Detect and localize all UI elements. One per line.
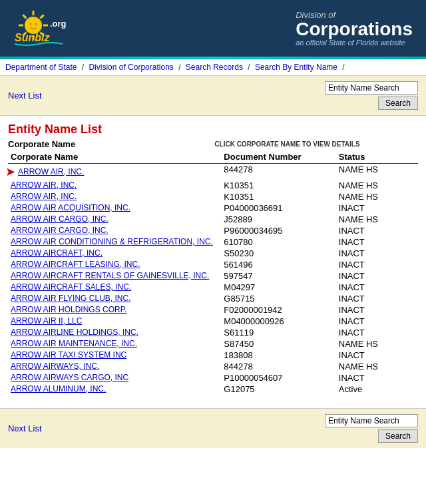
- sunbiz-logo-icon: .org Sunbiz: [13, 7, 67, 50]
- corp-name-link[interactable]: ARROW AIRWAYS CARGO, INC: [11, 373, 128, 382]
- corp-name-cell: ARROW AIRCRAFT SALES, INC.: [8, 282, 221, 293]
- status-cell: INACT: [336, 248, 418, 259]
- corporations-label: Corporations: [296, 20, 413, 39]
- bottom-search-input[interactable]: [325, 414, 418, 427]
- table-row: ARROW AIR FLYING CLUB, INC.G85715INACT: [8, 293, 418, 304]
- status-cell: NAME HS: [336, 180, 418, 191]
- status-cell: INACT: [336, 236, 418, 248]
- status-cell: NAME HS: [336, 164, 418, 180]
- breadcrumb-search-records[interactable]: Search Records: [186, 63, 243, 72]
- breadcrumb-division-of-corps[interactable]: Division of Corporations: [89, 63, 173, 72]
- status-cell: INACT: [336, 350, 418, 361]
- bottom-search-button[interactable]: Search: [378, 429, 418, 443]
- corp-name-link[interactable]: ARROW AIR CARGO, INC.: [11, 214, 108, 224]
- corp-name-link[interactable]: ARROW AIR, INC.: [11, 180, 77, 190]
- corp-name-link[interactable]: ARROW AIR ACQUISITION, INC.: [11, 203, 130, 212]
- breadcrumb-dept-of-state[interactable]: Department of State: [5, 63, 77, 72]
- doc-num-cell: 844278: [221, 361, 335, 372]
- corp-name-link[interactable]: ARROW AIR, INC.: [11, 192, 77, 201]
- corp-name-link[interactable]: ARROW AIR MAINTENANCE, INC.: [11, 339, 137, 348]
- corp-name-link[interactable]: ARROW AIR TAXI SYSTEM INC: [11, 350, 126, 360]
- bottom-search-bar: Next List Search: [0, 408, 426, 448]
- corp-name-link[interactable]: ARROW AIR HOLDINGS CORP.: [11, 305, 126, 314]
- corp-name-link[interactable]: ARROW AIR CARGO, INC.: [11, 226, 108, 235]
- corp-name-cell: ARROW AIRWAYS CARGO, INC: [8, 372, 221, 383]
- doc-num-cell: S87450: [221, 338, 335, 350]
- table-row: ARROW AIR, INC.K10351NAME HS: [8, 191, 418, 202]
- red-arrow-icon: ➤: [5, 164, 15, 179]
- corp-name-link[interactable]: ARROW AIRLINE HOLDINGS, INC.: [11, 328, 138, 337]
- table-wrapper: Corporate Name Document Number Status ➤A…: [8, 150, 418, 395]
- doc-num-cell: P96000034695: [221, 225, 335, 236]
- corp-name-cell: ARROW AIR MAINTENANCE, INC.: [8, 338, 221, 350]
- svg-line-7: [23, 15, 26, 18]
- corp-name-link[interactable]: ARROW ALUMINUM, INC.: [11, 384, 106, 393]
- status-cell: INACT: [336, 327, 418, 338]
- logo-area: .org Sunbiz: [13, 7, 67, 50]
- breadcrumb-search-by-entity[interactable]: Search By Entity Name: [255, 63, 337, 72]
- bottom-search-form: Search: [325, 414, 418, 443]
- table-row: ARROW AIRCRAFT RENTALS OF GAINESVILLE, I…: [8, 270, 418, 282]
- entity-table: Corporate Name Document Number Status ➤A…: [8, 150, 418, 395]
- doc-num-cell: K10351: [221, 180, 335, 191]
- doc-num-cell: F02000001942: [221, 304, 335, 316]
- table-row: ARROW AIRLINE HOLDINGS, INC.S61119INACT: [8, 327, 418, 338]
- doc-num-cell: M04000000926: [221, 316, 335, 327]
- click-note-row: Corporate Name CLICK CORPORATE NAME TO V…: [8, 139, 418, 149]
- corp-name-link[interactable]: ARROW AIRCRAFT SALES, INC.: [11, 282, 131, 292]
- table-row: ARROW AIRCRAFT LEASING, INC.561496INACT: [8, 259, 418, 270]
- svg-text:Sunbiz: Sunbiz: [15, 32, 50, 43]
- doc-num-cell: S61119: [221, 327, 335, 338]
- corp-name-link[interactable]: ARROW AIR, INC.: [18, 167, 84, 176]
- top-search-input[interactable]: [325, 81, 418, 95]
- doc-num-cell: 597547: [221, 270, 335, 282]
- doc-num-cell: P04000036691: [221, 202, 335, 214]
- corp-name-cell: ARROW AIR, INC.: [8, 191, 221, 202]
- click-note: CLICK CORPORATE NAME TO VIEW DETAILS: [214, 140, 359, 148]
- table-row: ARROW ALUMINUM, INC.G12075Active: [8, 383, 418, 395]
- doc-num-cell: M04297: [221, 282, 335, 293]
- top-search-button[interactable]: Search: [378, 97, 418, 110]
- corp-name-cell: ARROW AIR ACQUISITION, INC.: [8, 202, 221, 214]
- breadcrumb: Department of State / Division of Corpor…: [0, 59, 426, 76]
- corp-name-cell: ARROW AIR, INC.: [8, 180, 221, 191]
- table-row: ARROW AIR ACQUISITION, INC.P04000036691I…: [8, 202, 418, 214]
- status-cell: INACT: [336, 304, 418, 316]
- status-cell: INACT: [336, 282, 418, 293]
- main-content: Entity Name List Corporate Name CLICK CO…: [0, 116, 426, 401]
- doc-num-cell: 610780: [221, 236, 335, 248]
- next-list-top-link[interactable]: Next List: [8, 91, 42, 101]
- corp-name-link[interactable]: ARROW AIR FLYING CLUB, INC.: [11, 294, 130, 303]
- next-list-top[interactable]: Next List: [8, 91, 42, 101]
- corp-name-link[interactable]: ARROW AIRCRAFT RENTALS OF GAINESVILLE, I…: [11, 271, 209, 280]
- official-text-label: an official State of Florida website: [296, 39, 413, 47]
- doc-num-cell: 183808: [221, 350, 335, 361]
- corp-name-cell: ARROW AIRLINE HOLDINGS, INC.: [8, 327, 221, 338]
- doc-num-cell: G12075: [221, 383, 335, 395]
- corp-name-cell: ARROW AIR FLYING CLUB, INC.: [8, 293, 221, 304]
- corp-name-header: Corporate Name: [8, 139, 221, 149]
- next-list-bottom[interactable]: Next List: [8, 423, 42, 433]
- doc-num-cell: 844278: [221, 164, 335, 180]
- table-row: ➤ARROW AIR, INC.844278NAME HS: [8, 164, 418, 180]
- corp-name-link[interactable]: ARROW AIRCRAFT, INC.: [11, 248, 103, 258]
- status-cell: NAME HS: [336, 214, 418, 225]
- doc-num-cell: S50230: [221, 248, 335, 259]
- table-row: ARROW AIR TAXI SYSTEM INC183808INACT: [8, 350, 418, 361]
- doc-num-cell: G85715: [221, 293, 335, 304]
- corp-name-link[interactable]: ARROW AIRWAYS, INC.: [11, 362, 99, 371]
- table-row: ARROW AIR HOLDINGS CORP.F02000001942INAC…: [8, 304, 418, 316]
- status-cell: INACT: [336, 202, 418, 214]
- table-row: ARROW AIRWAYS, INC.844278NAME HS: [8, 361, 418, 372]
- status-cell: INACT: [336, 316, 418, 327]
- next-list-bottom-link[interactable]: Next List: [8, 423, 42, 433]
- corp-name-cell: ARROW AIR CONDITIONING & REFRIGERATION, …: [8, 236, 221, 248]
- corp-name-link[interactable]: ARROW AIR II, LLC: [11, 316, 82, 326]
- corp-name-cell: ARROW AIR II, LLC: [8, 316, 221, 327]
- corp-name-link[interactable]: ARROW AIRCRAFT LEASING, INC.: [11, 260, 140, 269]
- corp-name-cell: ARROW AIRCRAFT RENTALS OF GAINESVILLE, I…: [8, 270, 221, 282]
- corp-name-link[interactable]: ARROW AIR CONDITIONING & REFRIGERATION, …: [11, 237, 213, 246]
- status-cell: NAME HS: [336, 338, 418, 350]
- corp-name-cell: ARROW AIRCRAFT, INC.: [8, 248, 221, 259]
- doc-num-cell: J52889: [221, 214, 335, 225]
